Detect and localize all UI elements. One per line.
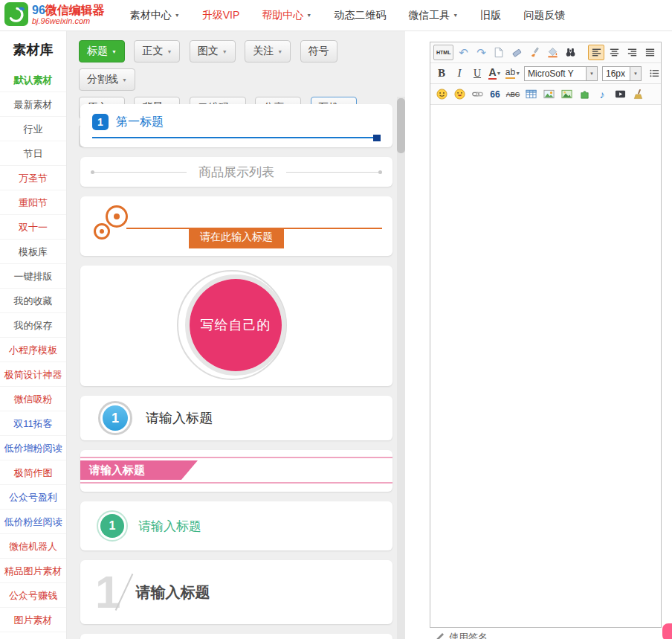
align-left-icon[interactable] [588,45,604,60]
align-right-icon[interactable] [624,45,640,60]
floating-corner-button[interactable] [662,623,672,639]
photo-icon[interactable] [558,86,575,102]
laugh-emoji-icon[interactable] [451,86,468,102]
sidebar-item-industry[interactable]: 行业 [0,117,66,141]
sidebar-item-newest-material[interactable]: 最新素材 [0,92,66,117]
link-icon[interactable] [469,86,485,102]
sidebar-item-account-earn[interactable]: 公众号赚钱 [0,583,66,608]
nav-old-version[interactable]: 旧版 [480,9,501,22]
sidebar-item-my-saved[interactable]: 我的保存 [0,313,66,338]
select-caret-button[interactable]: ▼ [630,67,641,80]
sidebar-item-minimal-drawing[interactable]: 极简作图 [0,460,66,485]
blockquote-icon[interactable]: 66 [487,86,503,102]
new-document-icon[interactable] [491,45,507,60]
sidebar-item-premium-images[interactable]: 精品图片素材 [0,559,66,583]
font-color-button[interactable]: A▼ [487,65,503,81]
badge-ring: 1 [98,401,132,435]
site-logo[interactable]: 96微信编辑器 bj.96weixin.com [4,2,105,29]
undo-button[interactable]: ↶ [455,45,471,60]
align-center-icon[interactable] [606,45,622,60]
filter-follow-button[interactable]: 关注▼ [245,40,291,62]
sidebar-item-default-material[interactable]: 默认素材 [0,68,66,92]
sidebar-item-double11-customers[interactable]: 双11拓客 [0,411,66,436]
sidebar-item-my-favorites[interactable]: 我的收藏 [0,289,66,313]
select-caret-button[interactable]: ▼ [586,67,597,80]
filter-divider-button[interactable]: 分割线▼ [79,68,135,91]
divider-line [286,172,378,173]
clean-format-icon[interactable] [630,86,646,102]
number-badge: 1 [92,114,109,130]
nav-label: 帮助中心 [262,9,303,22]
image-icon[interactable] [540,86,557,102]
align-justify-icon[interactable] [642,45,658,60]
nav-upgrade-vip[interactable]: 升级VIP [202,9,240,22]
font-family-select[interactable]: MicroSoft Y ▼ [524,66,598,81]
template-card-target-title[interactable]: 请在此输入标题 [80,196,392,256]
nav-label: 问题反馈 [523,9,565,22]
template-list-scrollbar[interactable] [397,97,405,639]
redo-button[interactable]: ↷ [473,45,489,60]
music-icon[interactable]: ♪ [594,86,610,102]
sidebar-item-wechat-fans[interactable]: 微信吸粉 [0,387,66,411]
emoji-icon[interactable] [433,86,450,102]
list-icon[interactable] [646,65,662,81]
nav-material-center[interactable]: 素材中心▼ [130,9,180,22]
line-dot [378,170,382,174]
sidebar-item-wechat-robot[interactable]: 微信机器人 [0,534,66,559]
template-card-pink-ribbon[interactable]: 请输入标题 [80,450,392,492]
filter-title-button[interactable]: 标题▼ [79,40,125,62]
strikethrough-icon[interactable]: ABC [505,86,521,102]
logo-number: 96 [32,4,45,16]
sidebar-item-account-profit[interactable]: 公众号盈利 [0,485,66,510]
chevron-down-icon: ▼ [453,13,458,18]
chevron-down-icon: ▼ [306,13,311,18]
template-card-centered-title[interactable]: 商品展示列表 [80,157,392,187]
html-source-button[interactable]: HTML [433,45,453,60]
brush-icon[interactable] [526,45,543,60]
signature-link[interactable]: 使用签名 [435,631,488,639]
fill-color-icon[interactable] [544,45,560,60]
template-card-partial[interactable] [80,634,392,639]
eraser-icon[interactable] [508,45,525,60]
chevron-down-icon: ▼ [497,71,502,76]
sidebar-item-halloween[interactable]: 万圣节 [0,166,66,190]
font-size-value: 16px [603,68,630,79]
template-card-big-numeral[interactable]: 1 请输入标题 [80,560,392,624]
table-icon[interactable] [523,86,539,102]
template-title: 请输入标题 [146,409,213,427]
sidebar-item-template-library[interactable]: 模板库 [0,240,66,264]
filter-body-button[interactable]: 正文▼ [134,40,180,62]
plugin-icon[interactable] [576,86,592,102]
nav-dynamic-qrcode[interactable]: 动态二维码 [334,9,386,22]
sidebar-item-double11[interactable]: 双十一 [0,215,66,240]
nav-label: 素材中心 [130,9,172,22]
nav-feedback[interactable]: 问题反馈 [523,9,565,22]
filter-imagetext-button[interactable]: 图文▼ [190,40,236,62]
bold-button[interactable]: B [433,65,450,81]
find-replace-icon[interactable] [562,45,578,60]
nav-wechat-tools[interactable]: 微信工具▼ [408,9,458,22]
scrollbar-thumb[interactable] [397,98,405,153]
template-card-numbered-title[interactable]: 1 第一标题 [80,104,392,147]
font-size-select[interactable]: 16px ▼ [602,66,642,81]
filter-symbol-button[interactable]: 符号 [300,40,337,62]
sidebar-item-festival[interactable]: 节日 [0,141,66,166]
sidebar-item-minimal-design[interactable]: 极简设计神器 [0,362,66,387]
video-icon[interactable] [612,86,628,102]
template-card-blue-badge[interactable]: 1 请输入标题 [80,396,392,440]
nav-help-center[interactable]: 帮助中心▼ [262,9,311,22]
sidebar-item-lowprice-fans-read[interactable]: 低价粉丝阅读 [0,510,66,534]
highlight-color-button[interactable]: ab▼ [505,65,521,81]
italic-button[interactable]: I [451,65,468,81]
sidebar-item-one-click-layout[interactable]: 一键排版 [0,264,66,289]
sidebar-item-cheap-fans-reading[interactable]: 低价增粉阅读 [0,436,66,460]
sidebar-item-miniprogram-template[interactable]: 小程序模板 [0,338,66,362]
sidebar-item-image-material[interactable]: 图片素材 [0,608,66,632]
font-family-value: MicroSoft Y [525,68,586,79]
sidebar-item-chongyang[interactable]: 重阳节 [0,190,66,215]
template-card-green-badge[interactable]: 1 请输入标题 [80,501,392,550]
editor-content[interactable] [430,105,661,627]
chevron-down-icon: ▼ [222,49,227,54]
underline-button[interactable]: U [469,65,485,81]
template-card-pink-circle[interactable]: 写给自己的 [80,266,392,386]
